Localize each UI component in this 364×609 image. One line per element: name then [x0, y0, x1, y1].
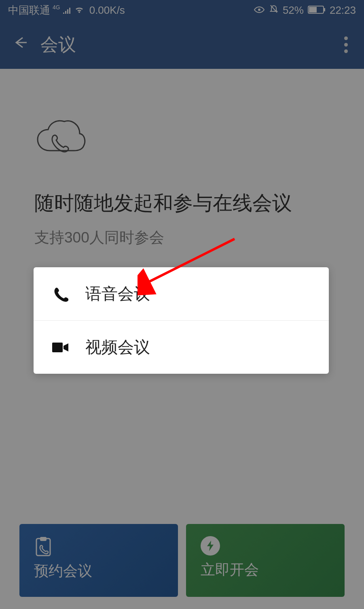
video-icon	[51, 339, 69, 356]
video-meeting-option[interactable]: 视频会议	[34, 320, 329, 374]
svg-rect-6	[52, 343, 63, 352]
video-meeting-label: 视频会议	[85, 336, 150, 358]
voice-meeting-option[interactable]: 语音会议	[34, 267, 329, 320]
phone-icon	[51, 285, 69, 303]
voice-meeting-label: 语音会议	[85, 283, 150, 305]
meeting-type-popup: 语音会议 视频会议	[34, 267, 329, 374]
